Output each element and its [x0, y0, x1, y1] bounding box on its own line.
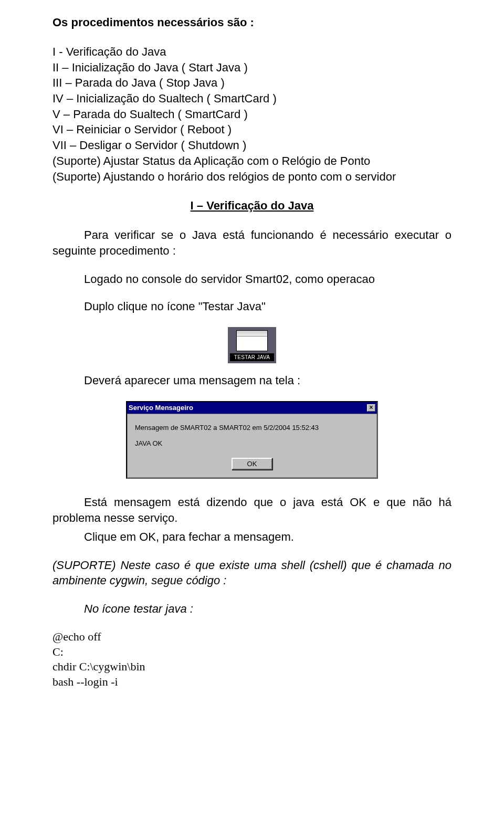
paragraph-suporte: (SUPORTE) Neste caso é que existe uma sh…: [52, 558, 452, 588]
list-item: IV – Inicialização do Sualtech ( SmartCa…: [52, 91, 452, 107]
testar-java-icon[interactable]: TESTAR JAVA: [228, 327, 276, 363]
line-clique-ok: Clique em OK, para fechar a mensagem.: [84, 530, 452, 544]
code-line: C:: [52, 645, 452, 660]
list-item: III – Parada do Java ( Stop Java ): [52, 75, 452, 91]
list-item: II – Inicialização do Java ( Start Java …: [52, 60, 452, 76]
paragraph-ok: Está mensagem está dizendo que o java es…: [52, 495, 452, 525]
line-duplo-clique: Duplo clique no ícone "Testar Java": [84, 300, 452, 313]
code-line: bash --login -i: [52, 675, 452, 690]
dialog-body: Mensagem de SMART02 a SMART02 em 5/2/200…: [128, 414, 376, 455]
paragraph-intro: Para verificar se o Java está funcionand…: [52, 227, 452, 258]
code-block: @echo off C: chdir C:\cygwin\bin bash --…: [52, 629, 452, 689]
line-logado: Logado no console do servidor Smart02, c…: [84, 272, 452, 286]
close-button[interactable]: ×: [367, 404, 375, 412]
list-item: V – Parada do Sualtech ( SmartCard ): [52, 107, 452, 122]
line-devera-aparecer: Deverá aparecer uma mensagem na tela :: [84, 374, 452, 387]
heading-procedures: Os procedimentos necessários são :: [52, 16, 452, 29]
code-line: @echo off: [52, 629, 452, 645]
dialog-titlebar: Serviço Mensageiro ×: [127, 402, 377, 414]
list-item: I - Verificação do Java: [52, 44, 452, 60]
list-item: (Suporte) Ajustar Status da Aplicação co…: [52, 153, 452, 169]
message-dialog: Serviço Mensageiro × Mensagem de SMART02…: [126, 401, 378, 479]
ok-button[interactable]: OK: [232, 458, 273, 470]
dialog-msg-line: Mensagem de SMART02 a SMART02 em 5/2/200…: [135, 423, 369, 434]
icon-label: TESTAR JAVA: [230, 353, 274, 361]
list-item: (Suporte) Ajustando o horário dos relógi…: [52, 169, 452, 185]
code-line: chdir C:\cygwin\bin: [52, 659, 452, 675]
section-title-verificacao: I – Verificação do Java: [52, 199, 452, 213]
dialog-title: Serviço Mensageiro: [129, 404, 193, 412]
procedures-list: I - Verificação do Java II – Inicializaç…: [52, 44, 452, 184]
list-item: VII – Desligar o Servidor ( Shutdown ): [52, 138, 452, 153]
line-no-icone: No ícone testar java :: [84, 602, 452, 616]
dialog-msg-line: JAVA OK: [135, 438, 369, 449]
list-item: VI – Reiniciar o Servidor ( Reboot ): [52, 122, 452, 138]
window-icon: [236, 330, 268, 351]
